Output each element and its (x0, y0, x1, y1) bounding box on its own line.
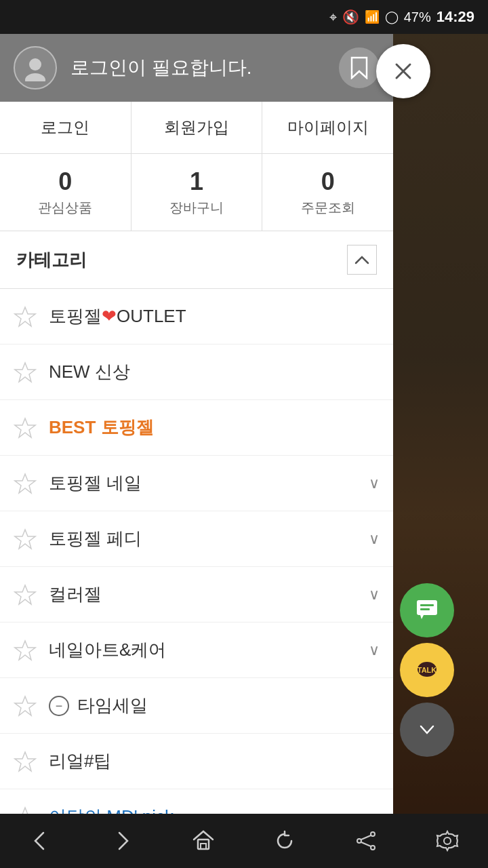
svg-point-22 (357, 839, 361, 843)
menu-item-realtip[interactable]: 리얼#팁 (0, 734, 393, 789)
status-bar: ⌖ 🔇 📶 ◯ 47% 14:29 (0, 0, 488, 34)
stat-orders[interactable]: 0 주문조회 (262, 154, 393, 231)
menu-label-pedi: 토핑젤 페디 (49, 527, 369, 551)
star-icon (14, 472, 37, 495)
svg-point-9 (25, 73, 45, 81)
svg-marker-14 (15, 530, 35, 549)
star-icon (14, 416, 37, 439)
bluetooth-icon: ⌖ (329, 9, 337, 25)
nav-home-button[interactable] (176, 821, 230, 861)
star-icon (14, 305, 37, 328)
forward-icon (110, 829, 134, 853)
svg-point-23 (371, 832, 375, 836)
stats-row: 0 관심상품 1 장바구니 0 주문조회 (0, 154, 393, 231)
login-prompt: 로그인이 필요합니다. (70, 55, 325, 81)
home-icon (191, 829, 216, 853)
close-button[interactable] (376, 44, 430, 98)
menu-item-best[interactable]: BEST 토핑젤 (0, 400, 393, 456)
svg-marker-13 (15, 474, 35, 493)
battery-text: 47% (404, 9, 431, 25)
nav-tabs: 로그인 회원가입 마이페이지 (0, 102, 393, 154)
minus-circle-icon: − (49, 696, 69, 716)
star-icon (14, 750, 37, 773)
svg-marker-18 (15, 752, 35, 771)
menu-label-timesale: 타임세일 (77, 694, 380, 717)
svg-line-25 (361, 835, 371, 840)
star-icon (14, 361, 37, 384)
chevron-down-icon: ∨ (369, 530, 380, 548)
scroll-down-button[interactable] (400, 703, 454, 757)
cart-count: 1 (135, 167, 259, 196)
star-icon (14, 639, 37, 662)
drawer-header: 로그인이 필요합니다. (0, 34, 393, 102)
menu-item-timesale[interactable]: − 타임세일 (0, 678, 393, 734)
menu-label-nailart: 네일아트&케어 (49, 638, 369, 662)
bottom-nav (0, 814, 488, 868)
tab-mypage[interactable]: 마이페이지 (262, 102, 393, 153)
side-buttons: TALK (400, 583, 454, 757)
menu-label-best: BEST 토핑젤 (49, 416, 380, 439)
svg-point-24 (371, 846, 375, 850)
menu-item-nailart[interactable]: 네일아트&케어 ∨ (0, 623, 393, 678)
wifi-icon: 📶 (365, 9, 380, 24)
talk-button[interactable]: TALK (400, 643, 454, 697)
chat-button[interactable] (400, 583, 454, 637)
menu-item-outlet[interactable]: 토핑젤❤OUTLET (0, 289, 393, 344)
category-collapse-button[interactable] (347, 245, 377, 275)
talk-icon: TALK (413, 656, 441, 684)
menu-item-nail[interactable]: 토핑젤 네일 ∨ (0, 456, 393, 511)
chevron-down-icon: ∨ (369, 586, 380, 604)
nav-settings-button[interactable] (420, 821, 474, 861)
menu-item-new[interactable]: NEW 신상 (0, 344, 393, 400)
nav-refresh-button[interactable] (258, 821, 312, 861)
svg-marker-10 (15, 307, 35, 326)
star-icon (14, 528, 37, 551)
chevron-up-icon (354, 255, 369, 264)
time-display: 14:29 (436, 8, 474, 26)
category-title: 카테고리 (16, 248, 87, 272)
svg-text:TALK: TALK (418, 666, 437, 674)
nav-forward-button[interactable] (95, 821, 149, 861)
menu-item-pedi[interactable]: 토핑젤 페디 ∨ (0, 511, 393, 567)
orders-label: 주문조회 (266, 199, 390, 217)
status-icons: ⌖ 🔇 📶 ◯ 47% 14:29 (329, 8, 474, 26)
svg-rect-4 (420, 608, 430, 610)
svg-marker-5 (420, 615, 424, 619)
stat-wishlist[interactable]: 0 관심상품 (0, 154, 131, 231)
alarm-icon: ◯ (385, 9, 399, 24)
menu-label-nail: 토핑젤 네일 (49, 471, 369, 495)
menu-label-color: 컬러젤 (49, 583, 369, 606)
nav-share-button[interactable] (339, 821, 393, 861)
cart-label: 장바구니 (135, 199, 259, 217)
menu-label-outlet: 토핑젤❤OUTLET (49, 304, 380, 328)
chevron-down-icon: ∨ (369, 642, 380, 659)
svg-rect-2 (417, 600, 437, 615)
heart-icon: ❤ (102, 306, 117, 326)
svg-marker-12 (15, 418, 35, 437)
stat-cart[interactable]: 1 장바구니 (131, 154, 263, 231)
user-avatar-icon (22, 54, 49, 81)
svg-marker-15 (15, 585, 35, 604)
avatar (14, 46, 57, 90)
bookmark-button[interactable] (339, 47, 380, 88)
category-header: 카테고리 (0, 231, 393, 289)
wishlist-label: 관심상품 (3, 199, 127, 217)
chevron-down-icon (417, 719, 437, 740)
menu-item-color[interactable]: 컬러젤 ∨ (0, 567, 393, 623)
svg-marker-17 (15, 696, 35, 715)
settings-icon (435, 829, 460, 853)
nav-back-button[interactable] (14, 821, 68, 861)
orders-count: 0 (266, 167, 390, 196)
svg-point-8 (29, 58, 41, 71)
menu-label-new: NEW 신상 (49, 360, 380, 384)
tab-login[interactable]: 로그인 (0, 102, 131, 153)
tab-signup[interactable]: 회원가입 (131, 102, 263, 153)
star-icon (14, 583, 37, 606)
svg-marker-16 (15, 641, 35, 660)
svg-rect-3 (420, 604, 434, 606)
menu-label-realtip: 리얼#팁 (49, 749, 380, 773)
chat-icon (413, 597, 441, 624)
close-icon (391, 59, 415, 83)
bookmark-icon (349, 56, 369, 79)
svg-line-26 (361, 842, 371, 846)
